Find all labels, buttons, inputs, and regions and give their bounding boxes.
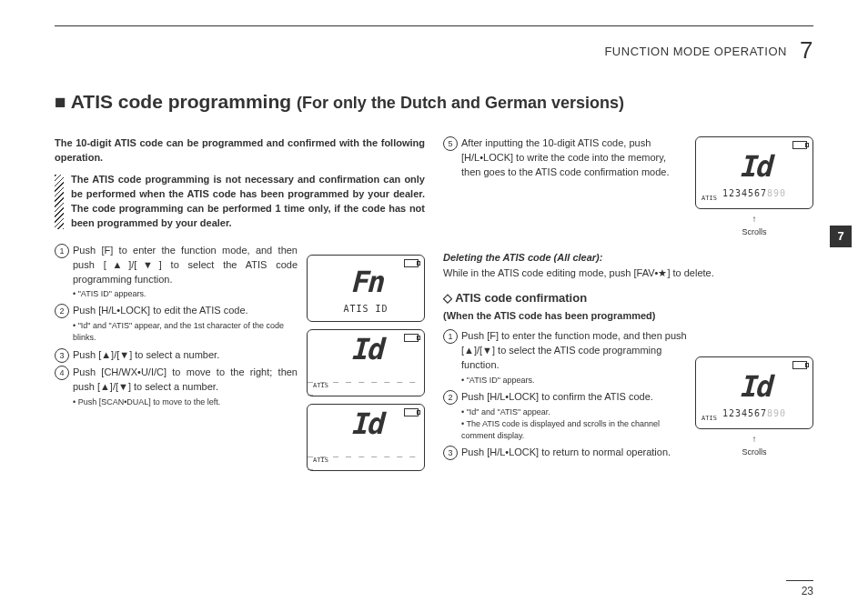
title-sub: (For only the Dutch and German versions) — [297, 94, 624, 112]
battery-icon — [404, 259, 419, 267]
step-3: 3 Push [▲]/[▼] to select a number. — [55, 348, 298, 363]
caution-note: The ATIS code programming is not necessa… — [55, 173, 425, 231]
manual-page: FUNCTION MODE OPERATION 7 ■ ATIS code pr… — [0, 0, 868, 612]
battery-icon — [404, 408, 419, 416]
intro-text: The 10-digit ATIS code can be programmed… — [55, 136, 425, 166]
step-5-list: 5 After inputting the 10-digit ATIS code… — [443, 136, 813, 180]
step-2: 2 Push [H/L•LOCK] to edit the ATIS code.… — [55, 304, 298, 344]
confirmation-heading: ATIS code confirmation — [443, 290, 813, 307]
battery-icon — [404, 334, 419, 342]
chapter-number: 7 — [800, 36, 813, 64]
top-rule — [55, 25, 813, 26]
left-lcd-stack: Fn ATIS ID Id _ _ _ _ _ _ _ _ _ _ ATIS I… — [307, 255, 425, 478]
lcd-id-blank-1: Id _ _ _ _ _ _ _ _ _ _ ATIS — [307, 329, 425, 396]
delete-text: While in the ATIS code editing mode, pus… — [443, 266, 813, 281]
confirmation-steps: 1 Push [F] to enter the function mode, a… — [443, 329, 813, 460]
delete-heading: Deleting the ATIS code (All clear): — [443, 251, 813, 266]
step-5: 5 After inputting the 10-digit ATIS code… — [443, 136, 813, 180]
header-line: FUNCTION MODE OPERATION 7 — [604, 36, 813, 65]
conf-step-2: 2 Push [H/L•LOCK] to confirm the ATIS co… — [443, 390, 813, 442]
conf-step-3: 3 Push [H/L•LOCK] to return to normal op… — [443, 446, 813, 460]
programming-steps: 1 Push [F] to enter the function mode, a… — [55, 244, 298, 409]
page-number: 23 — [786, 580, 813, 597]
side-tab: 7 — [830, 226, 852, 247]
scrolls-label-top: Scrolls — [695, 213, 813, 238]
right-column: Id 1234567890 ATIS Scrolls 5 After input… — [443, 136, 813, 585]
step-4: 4 Push [CH/WX•U/I/C] to move to the righ… — [55, 366, 298, 408]
title-main: ■ ATIS code programming — [55, 91, 291, 112]
section-name: FUNCTION MODE OPERATION — [604, 45, 786, 58]
left-column: The 10-digit ATIS code can be programmed… — [55, 136, 425, 585]
lcd-id-blank-2: Id _ _ _ _ _ _ _ _ _ _ ATIS — [307, 404, 425, 471]
confirmation-subheading: (When the ATIS code has been programmed) — [443, 309, 813, 324]
content-columns: The 10-digit ATIS code can be programmed… — [55, 136, 813, 585]
step-1: 1 Push [F] to enter the function mode, a… — [55, 244, 298, 301]
lcd-fn: Fn ATIS ID — [307, 255, 425, 322]
conf-step-1: 1 Push [F] to enter the function mode, a… — [443, 329, 813, 386]
page-title: ■ ATIS code programming (For only the Du… — [55, 91, 624, 113]
